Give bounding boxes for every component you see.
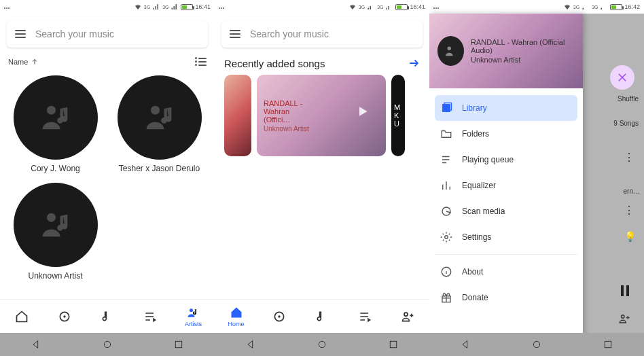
artist-avatar-icon — [118, 75, 202, 160]
drawer-item-library[interactable]: Library — [435, 95, 577, 121]
svg-point-1 — [151, 106, 160, 115]
svg-point-5 — [190, 308, 193, 312]
home-icon[interactable] — [317, 339, 327, 350]
back-icon[interactable] — [460, 339, 471, 350]
network-label: 3G — [573, 5, 579, 10]
home-icon[interactable] — [531, 339, 542, 350]
drawer-item-label: About — [462, 267, 483, 277]
song-count: 9 Songs — [613, 120, 639, 127]
search-placeholder: Search your music — [35, 29, 114, 39]
shuffle-label: Shuffle — [618, 95, 639, 103]
song-cards[interactable]: RANDALL - Wahran (Offici… Unknown Artist… — [215, 75, 429, 156]
nav-songs[interactable]: Songs — [43, 300, 86, 333]
svg-rect-22 — [605, 341, 611, 347]
nav-albums[interactable] — [300, 300, 343, 333]
arrow-right-icon[interactable] — [408, 57, 420, 69]
recents-icon[interactable] — [388, 339, 399, 350]
wifi-icon — [348, 3, 357, 11]
artist-avatar-icon — [14, 75, 98, 160]
network-label: 3G — [359, 5, 365, 10]
now-playing-title: RANDALL - Wahran (Official Audio) — [471, 38, 575, 54]
svg-point-21 — [533, 341, 539, 347]
artist-avatar-icon — [14, 183, 98, 267]
artist-item[interactable]: Tesher x Jason Derulo — [111, 75, 208, 173]
bottom-nav: Home Songs Albums Playlists Artists — [0, 299, 215, 333]
bottom-nav: Home — [215, 299, 429, 333]
menu-icon[interactable] — [15, 30, 26, 38]
drawer-item-folders[interactable]: Folders — [435, 121, 577, 147]
drawer-item-donate[interactable]: Donate — [435, 285, 577, 310]
home-icon[interactable] — [102, 339, 113, 350]
drawer-item-equalizer[interactable]: Equalizer — [435, 173, 577, 198]
drawer-item-scan[interactable]: Scan media — [435, 198, 577, 224]
drawer-item-queue[interactable]: Playing queue — [435, 147, 577, 173]
folder-icon — [440, 128, 452, 140]
device-home: 3G 3G 16:41 Search your music Recently a… — [215, 0, 429, 356]
close-icon[interactable] — [610, 65, 634, 90]
lightbulb-icon: 💡 — [624, 231, 636, 242]
drawer-header[interactable]: RANDALL - Wahran (Official Audio) Unknow… — [429, 14, 583, 88]
song-artist: Unknown Artist — [264, 125, 312, 132]
svg-point-14 — [447, 47, 451, 51]
clock: 16:41 — [195, 3, 211, 10]
drawer-item-label: Equalizer — [462, 181, 496, 190]
svg-point-4 — [63, 315, 65, 317]
signal-icon — [367, 3, 375, 11]
svg-point-10 — [404, 313, 408, 316]
svg-point-18 — [445, 236, 448, 239]
nav-home[interactable]: Home — [0, 300, 43, 333]
signal-icon-2 — [600, 3, 608, 11]
divider — [435, 254, 577, 255]
artist-item[interactable]: Cory J. Wong — [7, 75, 104, 173]
song-card-peek-left[interactable] — [224, 75, 251, 156]
song-card-peek-right[interactable]: M K U — [391, 75, 405, 156]
signal-icon — [152, 3, 160, 11]
more-dots-icon — [433, 3, 440, 10]
track-peek: ern… — [624, 188, 640, 195]
song-title: RANDALL - Wahran (Offici… — [264, 99, 312, 124]
nav-artists[interactable] — [387, 300, 429, 333]
sort-label[interactable]: Name — [8, 58, 28, 66]
signal-icon-2 — [171, 3, 179, 11]
info-icon — [440, 266, 452, 278]
more-icon[interactable]: ⋮ — [624, 151, 634, 164]
recents-icon[interactable] — [173, 339, 184, 350]
recents-icon[interactable] — [603, 339, 613, 350]
drawer-item-label: Scan media — [462, 207, 505, 216]
searchbar[interactable]: Search your music — [221, 20, 423, 48]
nav-playlists[interactable] — [344, 300, 387, 333]
nav-songs[interactable] — [257, 300, 300, 333]
list-view-icon[interactable] — [195, 57, 207, 66]
nav-playlists[interactable]: Playlists — [129, 300, 172, 333]
wifi-icon — [563, 3, 571, 11]
drawer-item-settings[interactable]: Settings — [435, 224, 577, 250]
back-icon[interactable] — [31, 339, 41, 350]
search-placeholder: Search your music — [250, 29, 329, 39]
menu-icon[interactable] — [230, 30, 240, 38]
drawer-item-about[interactable]: About — [435, 259, 577, 285]
status-bar: 3G 3G 16:42 — [429, 0, 644, 14]
song-card[interactable]: RANDALL - Wahran (Offici… Unknown Artist — [257, 75, 386, 156]
nav-albums[interactable]: Albums — [86, 300, 128, 333]
nav-label: Home — [228, 321, 245, 327]
drawer-items: Library Folders Playing queue Equalizer … — [429, 88, 583, 356]
section-title-text: Recently added songs — [224, 58, 325, 69]
searchbar[interactable]: Search your music — [7, 20, 208, 48]
arrow-up-icon[interactable] — [31, 58, 39, 66]
now-playing-artist: Unknown Artist — [471, 56, 575, 64]
drawer-item-label: Settings — [462, 232, 491, 242]
artist-item[interactable]: Unknown Artist — [7, 183, 104, 281]
play-icon[interactable] — [356, 105, 370, 118]
scrim[interactable]: Shuffle 9 Songs ⋮ ern… ⋮ 💡 — [583, 14, 644, 356]
artist-name: Tesher x Jason Derulo — [119, 164, 200, 173]
nav-home[interactable]: Home — [215, 300, 257, 333]
more-icon[interactable]: ⋮ — [624, 204, 634, 217]
gift-icon — [440, 291, 452, 304]
back-icon[interactable] — [245, 339, 256, 350]
status-bar: 3G 3G 16:41 — [0, 0, 215, 14]
pause-icon[interactable] — [620, 285, 630, 299]
section-header: Recently added songs — [215, 54, 429, 75]
multi-user-icon[interactable] — [618, 313, 630, 327]
nav-artists[interactable]: Artists — [172, 300, 215, 333]
svg-point-2 — [47, 213, 56, 222]
